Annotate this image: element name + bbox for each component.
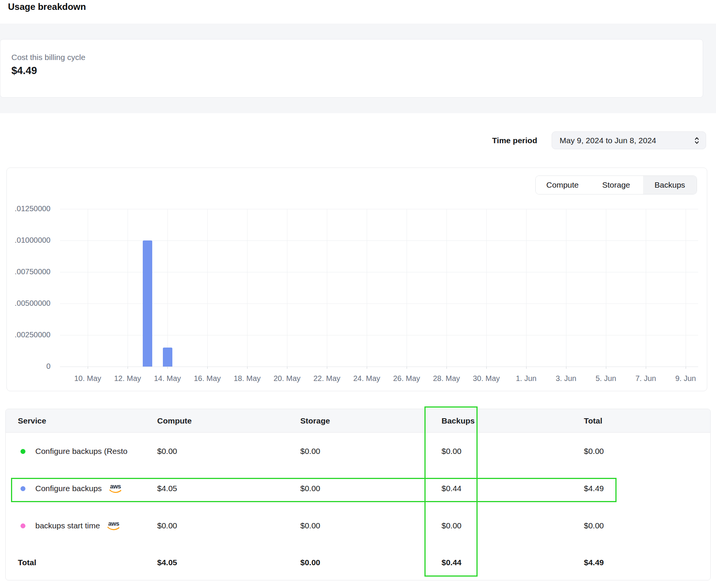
x-axis-tick-label: 9. Jun	[663, 374, 708, 383]
x-axis-tick-label: 20. May	[264, 374, 310, 383]
x-axis-tick-label: 5. Jun	[583, 374, 629, 383]
x-gridline	[287, 209, 287, 367]
x-axis-tick-label: 26. May	[384, 374, 429, 383]
annotation-configure-backups-row-highlight	[11, 478, 617, 502]
series-dot	[21, 523, 25, 528]
x-axis-tick-label: 16. May	[185, 374, 230, 383]
x-axis-tick-label: 14. May	[145, 374, 190, 383]
column-header-storage: Storage	[300, 416, 442, 425]
chart-bar-13-may	[143, 240, 152, 367]
x-gridline	[167, 209, 168, 367]
total-value: $0.00	[584, 521, 710, 530]
x-axis-tick	[686, 367, 686, 369]
x-gridline	[407, 209, 407, 367]
x-gridline	[686, 209, 686, 367]
compute-total: $4.05	[157, 558, 300, 567]
x-gridline	[247, 209, 248, 367]
x-axis-tick	[247, 367, 248, 369]
time-period-row: Time period May 9, 2024 to Jun 8, 2024	[0, 131, 706, 149]
x-axis-tick-label: 1. Jun	[503, 374, 549, 383]
x-gridline	[446, 209, 447, 367]
cost-card-label: Cost this billing cycle	[11, 52, 703, 62]
x-axis-tick	[167, 367, 168, 369]
storage-value: $0.00	[300, 447, 442, 456]
x-axis-tick-label: 3. Jun	[543, 374, 589, 383]
x-axis-tick	[327, 367, 327, 369]
x-axis-tick-label: 18. May	[224, 374, 270, 383]
x-axis-tick	[407, 367, 407, 369]
x-axis-tick	[367, 367, 367, 369]
table-row: backups start time aws $0.00 $0.00 $0.00…	[6, 507, 710, 544]
y-gridline	[60, 367, 698, 367]
y-axis-tick-label: 0	[5, 362, 50, 371]
x-gridline	[207, 209, 208, 367]
x-axis-tick	[606, 367, 606, 369]
y-gridline	[60, 303, 698, 304]
x-axis-tick	[566, 367, 566, 369]
column-header-compute: Compute	[157, 416, 300, 425]
usage-chart-card: Compute Storage Backups .01250000.010000…	[6, 168, 707, 391]
x-axis-tick	[207, 367, 208, 369]
cost-card: Cost this billing cycle $4.49	[0, 39, 703, 98]
x-axis-tick-label: 30. May	[464, 374, 509, 383]
y-axis-tick-label: .01250000	[5, 204, 50, 213]
y-axis-tick-label: .00500000	[5, 299, 50, 308]
time-period-label: Time period	[492, 136, 537, 145]
y-axis-tick-label: .01000000	[5, 236, 50, 245]
x-gridline	[128, 209, 128, 367]
service-name: Configure backups (Resto	[35, 447, 128, 456]
x-axis-tick	[486, 367, 487, 369]
x-axis-tick	[287, 367, 287, 369]
table-total-row: Total $4.05 $0.00 $0.44 $4.49	[6, 544, 710, 580]
storage-value: $0.00	[300, 521, 442, 530]
service-name: backups start time	[35, 521, 100, 530]
total-row-label: Total	[6, 558, 157, 567]
x-gridline	[606, 209, 606, 367]
service-cell: Configure backups (Resto	[6, 447, 157, 456]
chart-bar-14-may	[163, 348, 172, 367]
compute-value: $0.00	[157, 447, 300, 456]
column-header-total: Total	[584, 416, 710, 425]
x-gridline	[526, 209, 527, 367]
page-title: Usage breakdown	[8, 2, 86, 12]
y-gridline	[60, 240, 698, 241]
grand-total: $4.49	[584, 558, 710, 567]
aws-logo-icon: aws	[107, 521, 120, 531]
select-updown-icon	[694, 136, 700, 145]
x-axis-tick-label: 12. May	[105, 374, 150, 383]
y-gridline	[60, 335, 698, 335]
x-axis-tick-label: 28. May	[424, 374, 469, 383]
x-axis-tick-label: 22. May	[304, 374, 350, 383]
y-gridline	[60, 209, 698, 209]
x-axis-tick	[526, 367, 527, 369]
x-axis-tick	[446, 367, 447, 369]
y-gridline	[60, 272, 698, 272]
x-gridline	[367, 209, 367, 367]
column-header-service: Service	[6, 416, 157, 425]
storage-total: $0.00	[300, 558, 442, 567]
time-period-selected-value: May 9, 2024 to Jun 8, 2024	[560, 136, 694, 145]
y-axis-tick-label: .00750000	[5, 267, 50, 276]
x-gridline	[646, 209, 646, 367]
x-axis-tick-label: 7. Jun	[623, 374, 669, 383]
service-cell: backups start time aws	[6, 521, 157, 531]
time-period-select[interactable]: May 9, 2024 to Jun 8, 2024	[552, 131, 706, 149]
y-axis-tick-label: .00250000	[5, 330, 50, 339]
compute-value: $0.00	[157, 521, 300, 530]
x-gridline	[486, 209, 487, 367]
table-row: Configure backups (Resto $0.00 $0.00 $0.…	[6, 433, 710, 470]
x-axis-tick-label: 24. May	[344, 374, 390, 383]
series-dot	[21, 449, 25, 454]
summary-section: Cost this billing cycle $4.49	[0, 24, 716, 113]
x-gridline	[566, 209, 566, 367]
cost-card-value: $4.49	[11, 65, 703, 77]
total-value: $0.00	[584, 447, 710, 456]
x-axis-tick	[646, 367, 646, 369]
bar-chart-plot: .01250000.01000000.00750000.00500000.002…	[7, 168, 708, 392]
x-axis-tick-label: 10. May	[65, 374, 110, 383]
x-gridline	[88, 209, 88, 367]
x-axis-tick	[88, 367, 88, 369]
table-header-row: Service Compute Storage Backups Total	[6, 409, 710, 433]
x-axis-tick	[128, 367, 128, 369]
x-gridline	[327, 209, 327, 367]
